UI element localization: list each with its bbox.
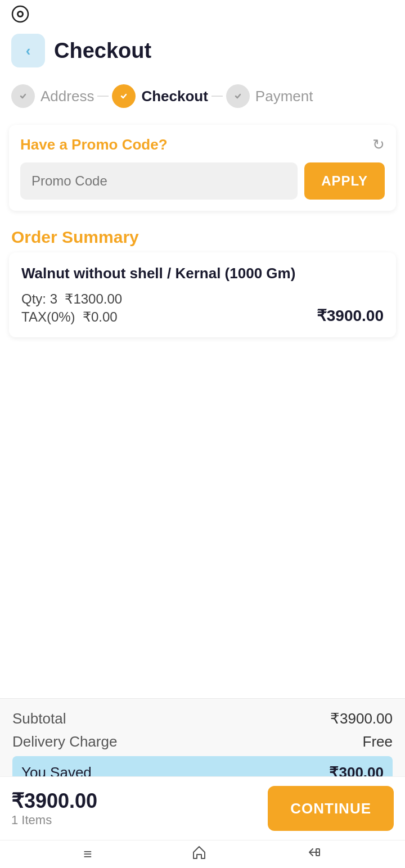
header: ‹ Checkout [0,28,405,79]
home-icon[interactable] [191,844,207,864]
back-nav-icon[interactable] [306,844,322,864]
delivery-row: Delivery Charge Free [12,733,393,751]
item-qty: Qty: 3 ₹1300.00 [21,291,122,307]
footer-action: ₹3900.00 1 Items CONTINUE [0,776,405,840]
footer-price-info: ₹3900.00 1 Items [11,789,97,828]
refresh-icon[interactable]: ↻ [372,136,385,153]
step-checkout: Checkout [112,84,208,108]
promo-code-input[interactable] [20,162,298,200]
item-details-row: Qty: 3 ₹1300.00 TAX(0%) ₹0.00 ₹3900.00 [21,291,384,325]
apply-button[interactable]: APPLY [304,162,385,200]
step-payment: Payment [226,84,313,108]
item-total: ₹3900.00 [317,306,384,325]
step-label-checkout: Checkout [141,88,208,105]
order-summary-title: Order Summary [0,216,405,252]
status-bar [0,0,405,28]
item-name: Walnut without shell / Kernal (1000 Gm) [21,265,384,282]
delivery-value: Free [363,733,393,751]
step-circle-payment [226,84,250,108]
page-title: Checkout [54,39,151,63]
settings-icon [11,5,29,23]
bottom-nav: ≡ [0,840,405,868]
promo-section: Have a Promo Code? ↻ APPLY [9,125,396,211]
order-item-card: Walnut without shell / Kernal (1000 Gm) … [9,252,396,337]
svg-point-2 [19,12,22,16]
subtotal-value: ₹3900.00 [330,710,393,727]
promo-title: Have a Promo Code? [20,136,168,153]
step-label-address: Address [40,88,94,105]
progress-steps: Address Checkout Payment [0,79,405,119]
promo-input-row: APPLY [20,162,385,200]
step-circle-checkout [112,84,136,108]
main-content: Have a Promo Code? ↻ APPLY Order Summary… [0,125,405,517]
footer-price: ₹3900.00 [11,789,97,813]
back-button[interactable]: ‹ [11,34,45,67]
subtotal-row: Subtotal ₹3900.00 [12,710,393,727]
back-arrow-icon: ‹ [26,42,31,60]
step-separator-1 [97,96,109,97]
step-label-payment: Payment [255,88,313,105]
continue-button[interactable]: CONTINUE [268,786,394,831]
footer-items: 1 Items [11,813,97,828]
menu-icon[interactable]: ≡ [83,846,92,863]
step-circle-address [11,84,35,108]
promo-header: Have a Promo Code? ↻ [20,136,385,153]
item-qty-tax: Qty: 3 ₹1300.00 TAX(0%) ₹0.00 [21,291,122,325]
step-address: Address [11,84,94,108]
item-tax: TAX(0%) ₹0.00 [21,309,122,325]
step-separator-2 [212,96,223,97]
subtotal-label: Subtotal [12,710,66,727]
delivery-label: Delivery Charge [12,733,117,751]
